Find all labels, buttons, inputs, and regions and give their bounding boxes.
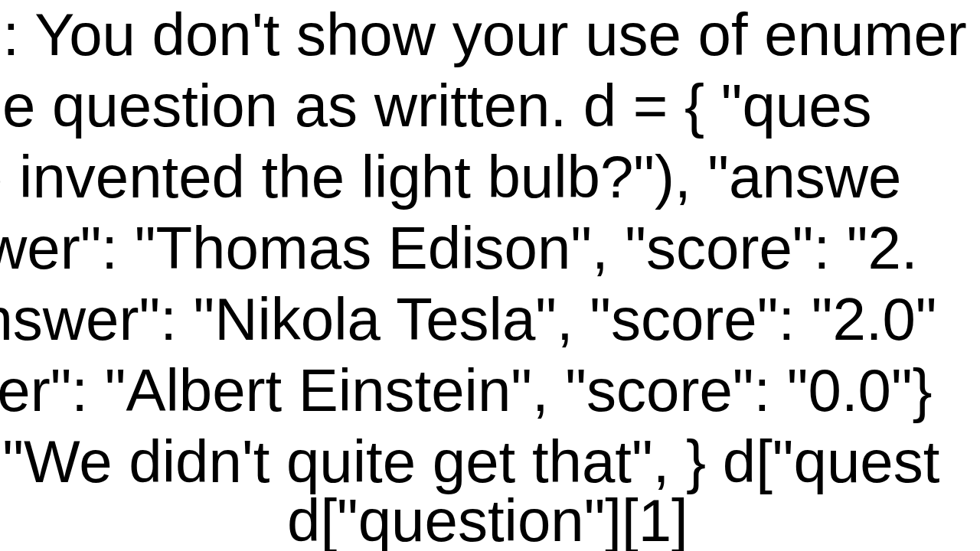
text-line-1: 3: You don't show your use of enumer bbox=[0, 0, 967, 70]
text-line-3: o invented the light bulb?"), "answe bbox=[0, 142, 902, 212]
text-line-5: answer": "Nikola Tesla", "score": "2.0" bbox=[0, 285, 937, 354]
text-line-6: wer": "Albert Einstein", "score": "0.0"} bbox=[0, 356, 933, 425]
text-line-8: d["question"][1] bbox=[287, 486, 688, 551]
text-line-4: swer": "Thomas Edison", "score": "2. bbox=[0, 214, 918, 283]
text-viewport: 3: You don't show your use of enumer the… bbox=[0, 0, 980, 551]
text-line-2: the question as written. d = { "ques bbox=[0, 71, 872, 141]
